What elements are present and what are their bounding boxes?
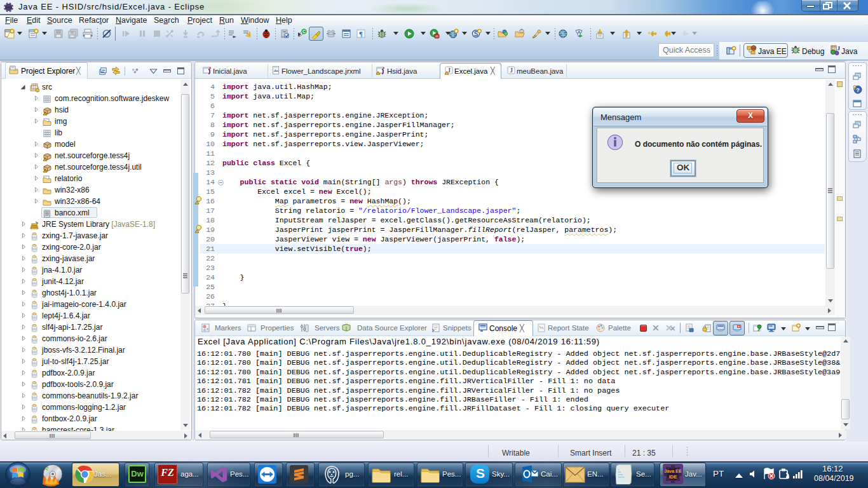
svg-text:Java EE: Java EE [665, 469, 682, 473]
svg-text:A: A [578, 30, 581, 34]
svg-text:C: C [302, 29, 306, 34]
svg-text:?: ? [856, 87, 860, 93]
svg-text:!: ! [44, 158, 45, 161]
svg-text:!: ! [44, 169, 45, 173]
svg-text:IDE: IDE [669, 474, 677, 480]
svg-text:!: ! [44, 112, 45, 116]
svg-text:¶: ¶ [359, 30, 363, 37]
svg-text:J: J [510, 67, 513, 74]
svg-text:J: J [837, 45, 841, 51]
